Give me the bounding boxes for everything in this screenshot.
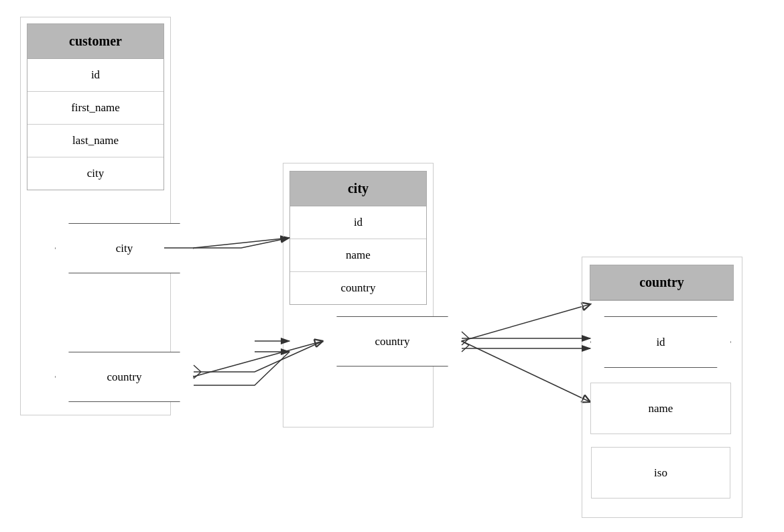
- country-table-header: country: [590, 265, 733, 300]
- customer-to-city-line: [194, 238, 289, 248]
- customer-field-city: city: [27, 157, 164, 190]
- svg-line-11: [194, 365, 201, 372]
- svg-line-16: [462, 345, 469, 352]
- city-country-to-country-2: [462, 341, 590, 402]
- city-field-id: id: [290, 206, 426, 239]
- customer-table: customer id first_name last_name city: [27, 23, 164, 190]
- city-table-header: city: [290, 172, 426, 206]
- city-field-name: name: [290, 239, 426, 272]
- customer-country-entity-field: country: [55, 352, 194, 402]
- svg-line-12: [194, 372, 201, 379]
- customer-field-first-name: first_name: [27, 92, 164, 125]
- svg-line-14: [462, 338, 469, 345]
- country-name-field: name: [590, 383, 731, 434]
- city-country-to-country: [462, 304, 590, 341]
- city-country-entity-field: country: [323, 316, 462, 367]
- country-table: country: [590, 265, 734, 301]
- customer-field-last-name: last_name: [27, 125, 164, 157]
- country-iso-field: iso: [591, 447, 730, 498]
- diagram-container: customer id first_name last_name city ci…: [0, 0, 784, 532]
- country-id-entity-field: id: [590, 316, 731, 368]
- svg-line-15: [462, 341, 469, 345]
- city-table: city id name country: [289, 171, 427, 305]
- customer-city-entity-field: city: [55, 223, 194, 273]
- customer-field-id: id: [27, 59, 164, 92]
- city-field-country: country: [290, 272, 426, 304]
- svg-line-13: [462, 332, 469, 338]
- customer-table-header: customer: [27, 24, 164, 59]
